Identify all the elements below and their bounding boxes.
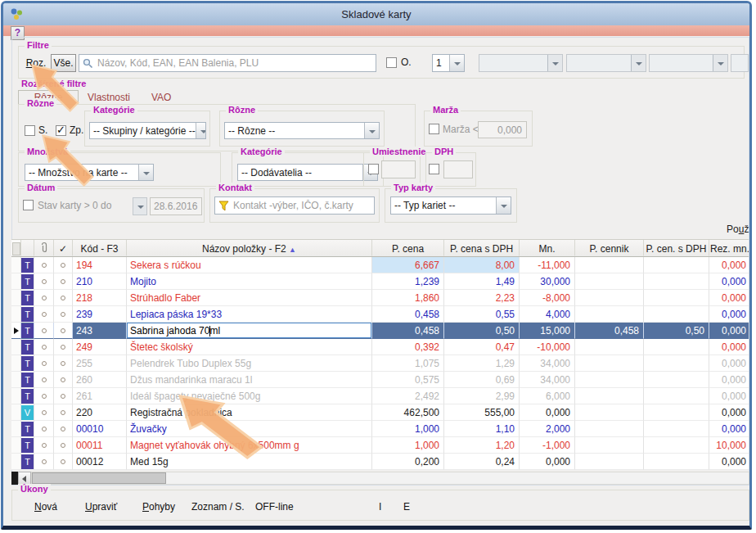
header-name[interactable]: Názov položky - F2 ▲ — [127, 240, 372, 256]
dot-icon — [61, 410, 65, 415]
action-e[interactable]: E — [403, 501, 410, 513]
table-row[interactable]: T210Mojito1,2391,4930,0000,000 — [11, 273, 749, 290]
table-row[interactable]: T260Džus mandarinka maracu 1l0,5750,6934… — [11, 372, 749, 388]
check-cell — [54, 339, 73, 355]
cell-p-cen-dph — [644, 437, 709, 454]
s-checkbox[interactable] — [25, 125, 35, 136]
marza-checkbox[interactable] — [429, 124, 439, 134]
marza-value-input[interactable]: 0,000 — [478, 121, 527, 138]
table-row[interactable]: T00011Magnet vyťahovák ohybný 6x500mm g1… — [11, 437, 749, 454]
dph-input[interactable] — [443, 160, 473, 178]
cell-rez-mn: 0,000 — [709, 454, 749, 470]
o-checkbox[interactable] — [386, 57, 397, 68]
header-p-cen-dph[interactable]: P. cen. s DPH — [644, 240, 709, 256]
window-title: Skladové karty — [3, 8, 749, 20]
table-row[interactable]: T249Štetec školský0,3920,47-10,0000,000 — [11, 339, 749, 355]
chevron-down-icon — [449, 55, 464, 71]
datum-mode-select[interactable] — [133, 197, 147, 215]
cell-p-cen-dph — [644, 306, 709, 323]
rozne-select[interactable]: -- Rôzne -- — [224, 122, 380, 139]
datum-input[interactable]: 28.6.2016 — [150, 197, 202, 215]
row-type-cell: T — [21, 257, 34, 273]
cell-p-cennik — [575, 339, 644, 355]
action-offline[interactable]: OFF-line — [255, 501, 294, 513]
search-input[interactable]: Názov, Kód, EAN, EAN Balenia, PLU — [79, 54, 376, 72]
cell-p-cena-dph: 555,00 — [444, 404, 520, 421]
actions-group-label: Úkony — [18, 484, 51, 494]
dot-icon — [61, 345, 65, 350]
scroll-left-icon[interactable] — [18, 472, 31, 485]
cell-mn: 6,000 — [520, 388, 575, 404]
dodavatelia-group-label: Kategórie — [238, 147, 285, 156]
table-row[interactable]: V220Registračná pokladnica462,500555,000… — [11, 404, 749, 421]
cell-p-cena: 0,575 — [372, 372, 444, 388]
header-code[interactable]: Kód - F3 — [73, 240, 127, 256]
cell-p-cen-dph — [644, 290, 709, 306]
apply-filter-link[interactable]: Použ — [727, 224, 749, 235]
filter-combo-3[interactable] — [649, 54, 728, 72]
header-p-cena[interactable]: P. cena — [372, 240, 444, 256]
row-type-cell: T — [21, 454, 34, 470]
cell-code: 243 — [73, 323, 127, 339]
action-i[interactable]: I — [379, 501, 381, 513]
cell-mn: 15,000 — [520, 323, 575, 339]
action-new[interactable]: Nová — [34, 501, 57, 513]
table-row[interactable]: T00012Med 15g0,2000,240,0000,000 — [11, 454, 749, 470]
count-select[interactable]: 1 — [432, 54, 465, 72]
action-movements[interactable]: Pohyby — [142, 501, 175, 513]
attachment-cell — [34, 372, 54, 388]
cell-p-cennik — [575, 404, 644, 421]
datum-checkbox[interactable] — [23, 200, 34, 210]
tab-vlastnosti[interactable]: Vlastnosti — [88, 92, 130, 103]
header-p-cennik[interactable]: P. cennik — [575, 240, 644, 256]
cell-p-cen-dph — [644, 355, 709, 372]
header-p-cena-dph[interactable]: P. cena s DPH — [444, 240, 520, 256]
cell-mn: 0,000 — [520, 404, 575, 421]
table-row[interactable]: T255Pelendrek Tubo Duplex 55g1,0751,2934… — [11, 355, 749, 372]
header-attachment[interactable] — [34, 240, 54, 256]
filter-combo-1[interactable] — [479, 54, 563, 72]
o-checkbox-label: O. — [401, 56, 412, 68]
checkmark-icon: ✓ — [59, 243, 67, 255]
header-check[interactable]: ✓ — [54, 240, 73, 256]
table-header-row: ✓ Kód - F3 Názov položky - F2 ▲ P. cena … — [11, 239, 749, 257]
attachment-cell — [34, 290, 54, 306]
dot-icon — [42, 427, 47, 431]
umiestnenie-input[interactable] — [381, 160, 416, 178]
row-type-badge: T — [21, 291, 34, 305]
kategorie-select[interactable]: -- Skupiny / kategórie -- — [89, 122, 206, 139]
cell-p-cena-dph: 0,47 — [444, 339, 520, 355]
kontakt-input[interactable]: Kontakt -výber, IČO, č.karty — [214, 196, 375, 215]
table-row[interactable]: T261Ideál špagety nevaječné 500g2,4922,9… — [11, 388, 749, 404]
cell-p-cen-dph — [644, 404, 709, 421]
scrollbar-thumb[interactable] — [32, 472, 166, 484]
action-edit[interactable]: Upraviť — [85, 501, 117, 513]
header-rez-mn[interactable]: Rez. mn. — [709, 240, 749, 256]
table-row[interactable]: T243Sabrina jahoda 70ml0,4580,5015,0000,… — [11, 323, 749, 339]
table-row[interactable]: T239Lepiaca páska 19*330,4580,554,0000,0… — [11, 306, 749, 323]
table-row[interactable]: T194Sekera s rúčkou6,6678,00-11,0000,000 — [11, 257, 749, 273]
umiestnenie-checkbox[interactable] — [368, 164, 379, 174]
row-type-badge: T — [21, 422, 34, 436]
typ-karty-select[interactable]: -- Typ kariet -- — [390, 196, 511, 215]
name-edit-input[interactable]: Sabrina jahoda 70ml — [127, 323, 371, 338]
table-row[interactable]: T00010Žuvačky1,0001,102,0000,000 — [11, 421, 749, 437]
cell-p-cen-dph — [644, 421, 709, 437]
kontakt-placeholder: Kontakt -výber, IČO, č.karty — [233, 200, 353, 211]
toolbar-strip — [3, 25, 749, 36]
cell-p-cen-dph: 0,50 — [644, 323, 709, 339]
attachment-cell — [34, 388, 54, 404]
filter-combo-2[interactable] — [566, 54, 646, 72]
annotation-arrow-roz — [31, 64, 88, 121]
scrollbar-track[interactable] — [31, 472, 749, 485]
dodavatelia-select[interactable]: -- Dodávatelia -- — [237, 164, 378, 181]
table-row[interactable]: T218Strúhadlo Faber1,8602,23-8,0000,000 — [11, 290, 749, 306]
cell-p-cennik — [575, 306, 644, 323]
dph-checkbox[interactable] — [429, 164, 439, 174]
tab-vao[interactable]: VAO — [151, 92, 171, 103]
header-mn[interactable]: Mn. — [520, 240, 575, 256]
horizontal-scrollbar[interactable] — [11, 472, 749, 485]
dot-icon — [61, 427, 65, 431]
filter-combo-4[interactable] — [731, 54, 749, 72]
action-list[interactable]: Zoznam / S. — [191, 501, 245, 513]
